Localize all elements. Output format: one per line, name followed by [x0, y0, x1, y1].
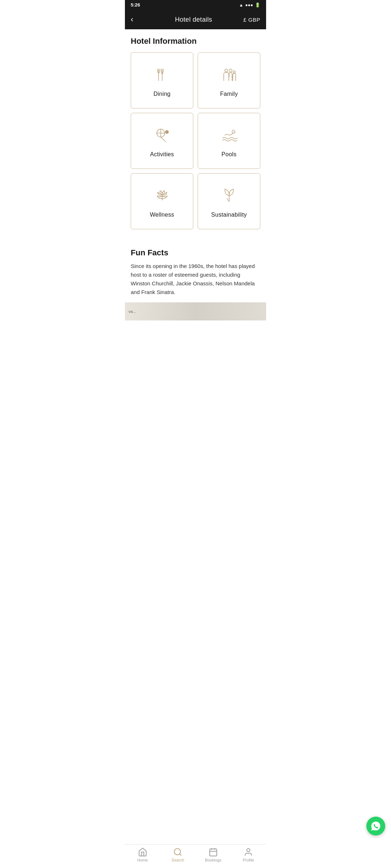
pools-icon — [220, 126, 239, 146]
status-bar: 5:26 ▲ ●●● 🔋 — [125, 0, 266, 10]
svg-point-6 — [229, 69, 232, 72]
dining-card[interactable]: Dining — [131, 52, 193, 109]
pools-label: Pools — [222, 151, 237, 158]
status-time: 5:26 — [131, 2, 140, 8]
wifi-icon: ▲ — [239, 3, 243, 8]
map-preview[interactable]: va... — [125, 302, 266, 320]
wellness-card[interactable]: Wellness — [131, 173, 193, 229]
status-icons: ▲ ●●● 🔋 — [239, 3, 260, 8]
family-icon — [220, 65, 239, 86]
fun-facts-text: Since its opening in the 1960s, the hote… — [131, 262, 260, 297]
info-cards-grid: Dining — [131, 52, 260, 229]
svg-line-14 — [161, 137, 166, 142]
currency-selector[interactable]: £ GBP — [243, 17, 260, 23]
family-label: Family — [220, 91, 238, 97]
svg-point-3 — [225, 69, 228, 72]
sustainability-label: Sustainability — [211, 212, 247, 218]
family-card[interactable]: Family — [198, 52, 260, 109]
pools-card[interactable]: Pools — [198, 113, 260, 169]
map-label: va... — [129, 309, 136, 314]
header: ‹ Hotel details £ GBP — [125, 10, 266, 29]
fun-facts-section: Fun Facts Since its opening in the 1960s… — [125, 241, 266, 302]
sustainability-icon — [220, 186, 239, 207]
back-button[interactable]: ‹ — [131, 15, 144, 24]
sustainability-card[interactable]: Sustainability — [198, 173, 260, 229]
page-title: Hotel details — [175, 16, 212, 24]
signal-icon: ●●● — [245, 3, 253, 8]
dining-label: Dining — [154, 91, 171, 97]
activities-card[interactable]: Activities — [131, 113, 193, 169]
wellness-icon — [153, 186, 172, 207]
battery-icon: 🔋 — [255, 3, 260, 8]
activities-icon — [153, 126, 172, 146]
fun-facts-title: Fun Facts — [131, 248, 260, 258]
main-content: Hotel Information Dining — [125, 29, 266, 241]
svg-point-8 — [233, 71, 235, 73]
hotel-info-title: Hotel Information — [131, 37, 260, 46]
activities-label: Activities — [150, 151, 174, 158]
wellness-label: Wellness — [150, 212, 174, 218]
svg-point-15 — [165, 130, 169, 134]
dining-icon — [153, 65, 172, 86]
